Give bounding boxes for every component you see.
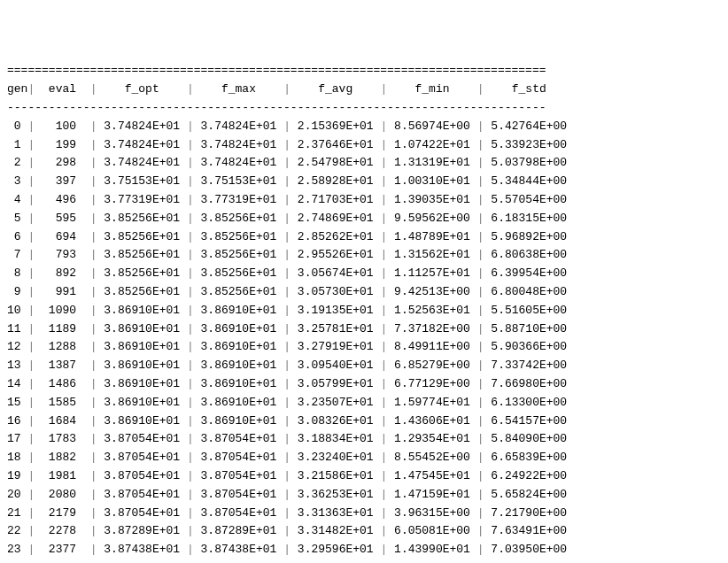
separator: |: [90, 193, 97, 206]
separator: |: [477, 193, 484, 206]
separator: |: [187, 212, 194, 225]
separator: |: [187, 396, 194, 409]
cell-fopt: 3.86910E+01: [104, 322, 180, 335]
cell-fstd: 5.88710E+00: [491, 322, 567, 335]
separator: |: [477, 82, 484, 96]
cell-eval: 2377: [42, 543, 83, 556]
separator: |: [380, 230, 387, 243]
cell-eval: 1585: [42, 396, 83, 409]
cell-fopt: 3.85256E+01: [104, 248, 180, 261]
separator: |: [477, 120, 484, 133]
cell-favg: 3.19135E+01: [298, 304, 374, 317]
table-row: 5 | 595 | 3.85256E+01 | 3.85256E+01 | 2.…: [7, 210, 721, 228]
table-row: 15 | 1585 | 3.86910E+01 | 3.86910E+01 | …: [7, 394, 721, 413]
header-fstd: f_std: [512, 82, 546, 96]
cell-fmax: 3.85256E+01: [201, 248, 277, 261]
table-body: 0 | 100 | 3.74824E+01 | 3.74824E+01 | 2.…: [7, 118, 721, 563]
cell-eval: 694: [42, 230, 83, 243]
cell-fmin: 1.29354E+01: [394, 432, 470, 445]
separator: |: [283, 543, 290, 556]
table-row: 11 | 1189 | 3.86910E+01 | 3.86910E+01 | …: [7, 320, 721, 339]
cell-fopt: 3.86910E+01: [104, 304, 180, 317]
table-row: 6 | 694 | 3.85256E+01 | 3.85256E+01 | 2.…: [7, 228, 721, 247]
cell-fopt: 3.75153E+01: [104, 174, 180, 188]
separator: |: [477, 432, 484, 445]
separator: |: [380, 304, 387, 317]
cell-favg: 2.95526E+01: [298, 248, 374, 261]
separator: |: [90, 248, 97, 261]
separator: |: [283, 266, 290, 280]
separator: |: [477, 285, 484, 298]
cell-fmax: 3.87289E+01: [201, 524, 277, 537]
separator: |: [283, 193, 290, 206]
cell-fmin: 1.39035E+01: [394, 193, 470, 206]
cell-gen: 11: [7, 322, 21, 335]
cell-fmin: 8.56974E+00: [394, 120, 470, 133]
cell-eval: 298: [42, 156, 83, 169]
separator: |: [477, 543, 484, 556]
cell-favg: 2.54798E+01: [298, 156, 374, 169]
table-row: 23 | 2377 | 3.87438E+01 | 3.87438E+01 | …: [7, 541, 721, 559]
separator: |: [477, 524, 484, 537]
separator: |: [283, 285, 290, 298]
separator: |: [187, 248, 194, 261]
cell-favg: 3.29596E+01: [298, 543, 374, 556]
separator: |: [27, 156, 35, 169]
separator: |: [477, 322, 484, 335]
separator: |: [27, 304, 35, 317]
table-row: 0 | 100 | 3.74824E+01 | 3.74824E+01 | 2.…: [7, 118, 721, 136]
separator: |: [27, 488, 35, 501]
cell-fstd: 6.39954E+00: [491, 266, 567, 280]
table-row: 18 | 1882 | 3.87054E+01 | 3.87054E+01 | …: [7, 449, 721, 467]
cell-fopt: 3.85256E+01: [104, 266, 180, 280]
cell-fmin: 1.52563E+01: [394, 304, 470, 317]
cell-fopt: 3.86910E+01: [104, 377, 180, 390]
cell-fmax: 3.87054E+01: [201, 488, 277, 501]
cell-fmin: 1.07422E+01: [394, 138, 470, 151]
cell-gen: 0: [7, 120, 21, 133]
cell-fmin: 1.47545E+01: [394, 469, 470, 482]
table-row: 14 | 1486 | 3.86910E+01 | 3.86910E+01 | …: [7, 375, 721, 394]
separator: |: [90, 451, 97, 464]
separator: |: [477, 340, 484, 353]
separator: |: [283, 524, 290, 537]
cell-fstd: 7.21790E+00: [491, 506, 567, 520]
separator: |: [380, 82, 387, 96]
cell-fmin: 1.59774E+01: [394, 396, 470, 409]
cell-fmin: 8.49911E+00: [394, 340, 470, 353]
cell-gen: 15: [7, 396, 21, 409]
separator: |: [380, 524, 387, 537]
cell-fmin: 1.43990E+01: [394, 543, 470, 556]
cell-fopt: 3.87438E+01: [104, 543, 180, 556]
cell-fopt: 3.74824E+01: [104, 138, 180, 151]
cell-fmax: 3.87054E+01: [201, 451, 277, 464]
cell-gen: 20: [7, 488, 21, 501]
cell-fopt: 3.87054E+01: [104, 506, 180, 520]
cell-favg: 3.05674E+01: [298, 266, 374, 280]
separator: |: [283, 138, 290, 151]
cell-gen: 17: [7, 432, 21, 445]
table-row: 22 | 2278 | 3.87289E+01 | 3.87289E+01 | …: [7, 522, 721, 541]
cell-gen: 5: [7, 212, 21, 225]
separator: |: [90, 120, 97, 133]
cell-fstd: 5.57054E+00: [491, 193, 567, 206]
cell-fopt: 3.86910E+01: [104, 340, 180, 353]
cell-fmin: 8.55452E+00: [394, 451, 470, 464]
separator: |: [187, 156, 194, 169]
cell-fmin: 6.05081E+00: [394, 524, 470, 537]
cell-eval: 991: [42, 285, 83, 298]
separator: |: [380, 396, 387, 409]
cell-fstd: 6.24922E+00: [491, 469, 567, 482]
cell-favg: 2.71703E+01: [298, 193, 374, 206]
cell-favg: 3.27919E+01: [298, 340, 374, 353]
cell-fmin: 1.00310E+01: [394, 174, 470, 188]
separator: |: [283, 212, 290, 225]
cell-favg: 3.36253E+01: [298, 488, 374, 501]
cell-fmin: 1.47159E+01: [394, 488, 470, 501]
separator: |: [380, 414, 387, 428]
cell-favg: 3.21586E+01: [298, 469, 374, 482]
separator: |: [283, 340, 290, 353]
separator: |: [477, 212, 484, 225]
separator: |: [380, 469, 387, 482]
cell-fmax: 3.87438E+01: [201, 543, 277, 556]
